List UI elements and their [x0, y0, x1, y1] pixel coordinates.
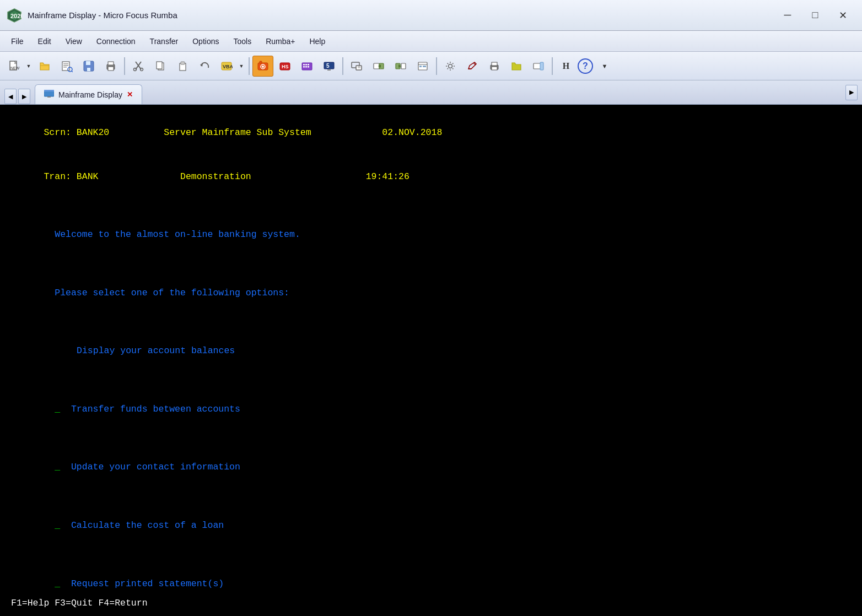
content-wrapper: Scrn: BANK20 Server Mainframe Sub System… [0, 105, 862, 616]
snapshot-button[interactable] [252, 56, 273, 77]
svg-rect-8 [63, 67, 67, 68]
menu-tools[interactable]: Tools [227, 35, 258, 48]
terminal-welcome: Welcome to the almost on-line banking sy… [11, 213, 851, 257]
app-icon: 2020 [7, 8, 22, 23]
svg-rect-16 [108, 67, 114, 71]
svg-rect-38 [303, 66, 305, 68]
new-button[interactable]: NEW [3, 56, 24, 77]
menu-option-1: Display your account balances [11, 329, 851, 373]
option-4-text: Calculate the cost of a loan [71, 520, 224, 531]
svg-rect-35 [303, 64, 305, 66]
svg-text:NEW: NEW [10, 66, 20, 70]
menu-help[interactable]: Help [303, 35, 332, 48]
option-3-text: Update your contact information [71, 462, 240, 472]
svg-rect-52 [401, 63, 406, 69]
terminal-status-bar: F1=Help F3=Quit F4=Return [0, 593, 862, 616]
menu-option-5: _ Request printed statement(s) [11, 562, 851, 593]
scrn-label: Scrn: BANK20 [44, 127, 109, 138]
toolbar-more-button[interactable]: ▼ [594, 56, 615, 77]
help-button[interactable]: ? [578, 58, 593, 74]
separator-4 [436, 57, 437, 75]
heading-button[interactable]: H [556, 56, 577, 77]
queue-button[interactable] [412, 56, 433, 77]
edit-tool-button[interactable] [462, 56, 483, 77]
system-subtitle: Demonstration [180, 171, 251, 182]
svg-rect-37 [308, 64, 309, 66]
tab-label: Mainframe Display [58, 90, 122, 99]
svg-text:5: 5 [326, 63, 330, 69]
close-button[interactable]: ✕ [830, 6, 855, 25]
terminal-header-row1: Scrn: BANK20 Server Mainframe Sub System… [11, 111, 851, 155]
option-5-text: Request printed statement(s) [71, 579, 224, 589]
svg-point-58 [449, 64, 452, 68]
display5-button[interactable]: 5 [319, 56, 340, 77]
minimize-button[interactable]: ─ [775, 6, 800, 25]
tab-overflow-button[interactable]: ▶ [845, 85, 858, 100]
svg-point-31 [262, 66, 264, 68]
menu-rumba-plus[interactable]: Rumba+ [259, 35, 301, 48]
print-button[interactable] [100, 56, 121, 77]
terminal-prompt: Please select one of the following optio… [11, 271, 851, 315]
menu-edit[interactable]: Edit [31, 35, 58, 48]
svg-rect-57 [423, 66, 426, 67]
separator-2 [249, 57, 250, 75]
svg-rect-39 [305, 66, 307, 68]
tab-close-button[interactable]: ✕ [127, 90, 133, 99]
keypad-button[interactable] [297, 56, 317, 77]
mainframe-display-tab[interactable]: Mainframe Display ✕ [35, 84, 142, 104]
receive-button[interactable] [390, 56, 411, 77]
save-button[interactable] [78, 56, 99, 77]
tran-label: Tran: BANK [44, 171, 98, 182]
time-label: 19:41:26 [366, 171, 410, 182]
svg-rect-65 [540, 62, 543, 70]
open-button[interactable] [34, 56, 55, 77]
svg-text:2020: 2020 [10, 13, 22, 19]
svg-rect-29 [260, 61, 262, 63]
menu-input-1[interactable] [55, 345, 66, 356]
svg-rect-7 [63, 65, 68, 66]
tab-scroll-arrows: ◀ ▶ [4, 89, 30, 104]
menu-option-4: _ Calculate the cost of a loan [11, 504, 851, 548]
tab-scroll-left[interactable]: ◀ [4, 89, 17, 104]
tab-bar: ◀ ▶ Mainframe Display ✕ ▶ [0, 80, 862, 105]
macro-dropdown[interactable]: ▼ [237, 56, 246, 77]
print-preview-button[interactable] [56, 56, 77, 77]
tools3-button[interactable] [528, 56, 549, 77]
svg-rect-68 [47, 96, 51, 98]
tab-scroll-right[interactable]: ▶ [18, 89, 30, 104]
menu-transfer[interactable]: Transfer [143, 35, 185, 48]
system-title: Server Mainframe Sub System [164, 127, 311, 138]
copy-button[interactable] [150, 56, 171, 77]
svg-rect-22 [157, 62, 162, 69]
svg-point-20 [141, 68, 143, 71]
svg-rect-63 [492, 67, 497, 70]
screen-capture-button[interactable] [346, 56, 367, 77]
open2-button[interactable] [506, 56, 527, 77]
menu-options[interactable]: Options [186, 35, 225, 48]
terminal-area[interactable]: Scrn: BANK20 Server Mainframe Sub System… [0, 105, 862, 593]
window-controls: ─ □ ✕ [775, 6, 855, 25]
menu-option-3: _ Update your contact information [11, 446, 851, 489]
undo-button[interactable] [194, 56, 215, 77]
menu-connection[interactable]: Connection [90, 35, 142, 48]
svg-line-10 [72, 71, 73, 72]
print3-button[interactable] [484, 56, 505, 77]
cut-button[interactable] [128, 56, 149, 77]
new-dropdown-button[interactable]: ▼ [24, 56, 33, 77]
hotspot-button[interactable]: HS [274, 56, 295, 77]
maximize-button[interactable]: □ [802, 6, 828, 25]
option-2-text: Transfer funds between accounts [71, 404, 240, 414]
svg-text:VBA: VBA [223, 64, 233, 69]
paste-button[interactable] [172, 56, 193, 77]
toolbar: NEW ▼ VBA ▼ HS 5 [0, 52, 862, 80]
settings-button[interactable] [440, 56, 461, 77]
svg-rect-12 [86, 61, 90, 65]
macro-button[interactable]: VBA [216, 56, 237, 77]
menu-option-2: _ Transfer funds between accounts [11, 387, 851, 431]
menu-file[interactable]: File [4, 35, 30, 48]
menu-view[interactable]: View [59, 35, 89, 48]
separator-1 [124, 57, 125, 75]
svg-rect-43 [327, 69, 331, 71]
svg-marker-25 [200, 64, 203, 67]
send-button[interactable] [368, 56, 389, 77]
